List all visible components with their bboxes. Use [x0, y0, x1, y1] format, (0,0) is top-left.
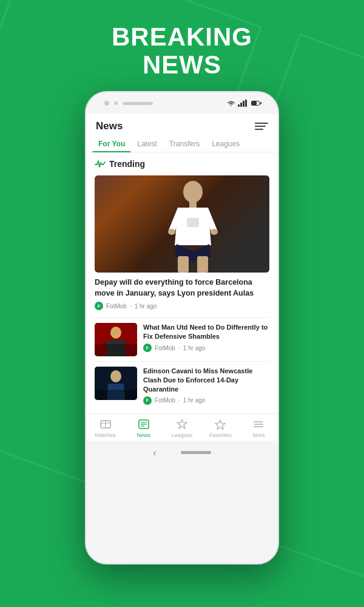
- thumb-bg: [95, 323, 137, 356]
- source-logo-1: F: [143, 344, 152, 352]
- nav-item-news[interactable]: News: [124, 418, 163, 438]
- article-source-2: F FotMob · 1 hr ago: [143, 396, 269, 405]
- thumb-bg: [95, 367, 137, 400]
- header-section: BREAKING NEWS: [0, 0, 364, 91]
- source-logo-2: F: [143, 396, 152, 405]
- svg-rect-5: [178, 256, 189, 273]
- article-title-2: Edinson Cavani to Miss Newcastle Clash D…: [143, 367, 269, 394]
- tab-for-you[interactable]: For You: [92, 136, 131, 152]
- menu-button[interactable]: [255, 123, 268, 130]
- breaking-news-title: BREAKING NEWS: [0, 23, 364, 79]
- camera-dot2: [114, 101, 118, 105]
- favorites-icon: [214, 418, 227, 431]
- svg-point-3: [168, 229, 175, 235]
- main-article-source: F FotMob · 1 hr ago: [95, 302, 269, 310]
- player-figure-svg: [166, 178, 220, 273]
- camera-area: [104, 101, 153, 106]
- article-source-1: F FotMob · 1 hr ago: [143, 344, 269, 352]
- article-time: 1 hr ago: [135, 303, 157, 310]
- svg-rect-1: [189, 202, 197, 208]
- tab-leagues[interactable]: Leagues: [206, 136, 246, 152]
- nav-item-leagues[interactable]: Leagues: [163, 418, 201, 438]
- list-item[interactable]: Edinson Cavani to Miss Newcastle Clash D…: [95, 361, 269, 410]
- list-item[interactable]: What Man Utd Need to Do Differently to F…: [95, 317, 269, 361]
- battery-icon: [251, 101, 260, 106]
- news-label: News: [137, 432, 151, 438]
- news-tabs: For You Latest Transfers Leagues: [86, 136, 278, 152]
- svg-point-11: [110, 370, 121, 382]
- app-header: News: [86, 114, 278, 136]
- phone-mockup: News For You Latest Transfers: [0, 91, 364, 565]
- svg-point-8: [110, 327, 121, 339]
- matches-icon: [99, 418, 112, 431]
- nav-item-favorites[interactable]: Favorites: [201, 418, 240, 438]
- tab-transfers[interactable]: Transfers: [163, 136, 206, 152]
- more-icon: [252, 418, 265, 431]
- status-icons: [227, 100, 260, 107]
- trending-section: Trending: [86, 152, 278, 314]
- article-content-1: What Man Utd Need to Do Differently to F…: [143, 323, 269, 352]
- source-name-2: FotMob: [155, 397, 175, 404]
- menu-line: [255, 129, 263, 130]
- main-article-title[interactable]: Depay will do everything to force Barcel…: [95, 277, 269, 299]
- bottom-navigation: Matches News: [86, 413, 278, 441]
- svg-rect-2: [187, 218, 199, 227]
- menu-line: [255, 123, 268, 124]
- time-1: 1 hr ago: [183, 345, 206, 351]
- home-bar[interactable]: [181, 451, 211, 454]
- article-thumbnail-2: [95, 367, 137, 400]
- time-2: 1 hr ago: [183, 397, 206, 404]
- trending-title-row: Trending: [95, 158, 269, 169]
- manager-figure: [95, 323, 137, 356]
- tab-latest[interactable]: Latest: [131, 136, 163, 152]
- nav-item-more[interactable]: More: [240, 418, 278, 438]
- speaker-bar: [123, 102, 153, 105]
- svg-rect-12: [95, 390, 137, 400]
- main-news-image[interactable]: [95, 175, 269, 273]
- source-name: FotMob: [106, 303, 127, 310]
- back-button[interactable]: ‹: [153, 447, 156, 458]
- menu-line: [255, 126, 266, 127]
- phone-screen: News For You Latest Transfers: [86, 114, 278, 441]
- source-logo: F: [95, 302, 103, 310]
- phone-bottom-bar: ‹: [86, 441, 278, 465]
- svg-rect-6: [197, 256, 208, 273]
- article-thumbnail-1: [95, 323, 137, 356]
- app-title: News: [96, 120, 123, 132]
- svg-rect-9: [95, 344, 137, 356]
- wifi-icon: [227, 100, 235, 106]
- small-news-list: What Man Utd Need to Do Differently to F…: [86, 314, 278, 413]
- more-label: More: [252, 432, 265, 438]
- article-content-2: Edinson Cavani to Miss Newcastle Clash D…: [143, 367, 269, 405]
- player-figure-2: [95, 367, 137, 400]
- svg-point-4: [211, 229, 218, 235]
- svg-point-0: [183, 181, 203, 203]
- source-name-1: FotMob: [155, 345, 175, 351]
- matches-label: Matches: [95, 432, 116, 438]
- nav-item-matches[interactable]: Matches: [86, 418, 124, 438]
- phone-body: News For You Latest Transfers: [85, 91, 279, 565]
- news-icon: [137, 418, 150, 431]
- phone-top-bar: [86, 92, 278, 114]
- favorites-label: Favorites: [209, 432, 232, 438]
- leagues-label: Leagues: [172, 432, 193, 438]
- trending-label: Trending: [109, 159, 145, 169]
- leagues-icon: [175, 418, 189, 431]
- signal-bars: [238, 100, 247, 107]
- trending-icon: [95, 158, 106, 169]
- camera-dot: [104, 101, 109, 106]
- article-title-1: What Man Utd Need to Do Differently to F…: [143, 323, 269, 341]
- source-separator: ·: [130, 303, 132, 310]
